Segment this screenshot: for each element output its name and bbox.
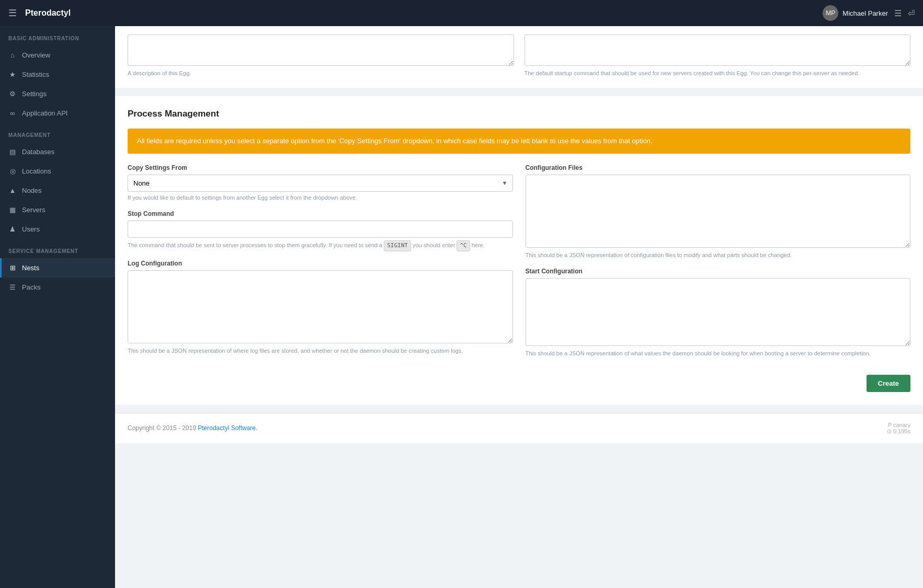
sidebar-item-label: Nests bbox=[22, 264, 39, 272]
sidebar-item-overview[interactable]: ⌂ Overview bbox=[0, 45, 115, 65]
sidebar-item-application-api[interactable]: ∞ Application API bbox=[0, 103, 115, 123]
sidebar: Basic Administration ⌂ Overview ★ Statis… bbox=[0, 26, 115, 588]
app-logo: Pterodactyl bbox=[25, 8, 71, 18]
nodes-icon: ▲ bbox=[8, 187, 17, 194]
avatar: MP bbox=[823, 5, 838, 21]
description-field-group: A description of this Egg. bbox=[128, 34, 514, 77]
log-config-group: Log Configuration This should be a JSON … bbox=[128, 260, 513, 355]
statistics-icon: ★ bbox=[8, 71, 17, 78]
right-column: Configuration Files This should be a JSO… bbox=[526, 164, 911, 366]
sidebar-item-label: Databases bbox=[22, 148, 54, 156]
sidebar-item-databases[interactable]: ▤ Databases bbox=[0, 142, 115, 162]
start-config-label: Start Configuration bbox=[526, 268, 911, 275]
nests-icon: ⊞ bbox=[8, 264, 17, 272]
sidebar-section-management: Management bbox=[0, 123, 115, 142]
sidebar-item-label: Application API bbox=[22, 109, 67, 117]
alert-warning: All fields are required unless you selec… bbox=[128, 129, 910, 154]
footer: Copyright © 2015 - 2019 Pterodactyl Soft… bbox=[115, 413, 923, 443]
users-icon: ♟ bbox=[8, 225, 17, 233]
sidebar-item-packs[interactable]: ☰ Packs bbox=[0, 278, 115, 297]
start-config-group: Start Configuration This should be a JSO… bbox=[526, 268, 911, 358]
startup-hint: The default startup command that should … bbox=[525, 70, 911, 77]
sidebar-item-label: Users bbox=[22, 225, 40, 233]
copy-settings-select[interactable]: None bbox=[128, 175, 513, 192]
log-config-textarea[interactable] bbox=[128, 270, 513, 343]
process-management-card: Process Management All fields are requir… bbox=[115, 96, 923, 404]
startup-textarea[interactable] bbox=[525, 34, 911, 66]
sidebar-item-nodes[interactable]: ▲ Nodes bbox=[0, 181, 115, 200]
sidebar-item-label: Servers bbox=[22, 206, 45, 214]
start-config-textarea[interactable] bbox=[526, 278, 911, 346]
footer-version: P canary ⊙ 0.195s bbox=[887, 422, 910, 435]
button-row: Create bbox=[128, 375, 910, 392]
user-name: Michael Parker bbox=[842, 9, 888, 17]
sidebar-item-locations[interactable]: ◎ Locations bbox=[0, 162, 115, 181]
settings-icon: ⚙ bbox=[8, 90, 17, 98]
hamburger-icon[interactable]: ☰ bbox=[8, 7, 17, 19]
config-files-textarea[interactable] bbox=[526, 175, 911, 248]
user-info: MP Michael Parker bbox=[823, 5, 888, 21]
startup-field-group: The default startup command that should … bbox=[525, 34, 911, 77]
databases-icon: ▤ bbox=[8, 148, 17, 156]
sidebar-item-servers[interactable]: ▦ Servers bbox=[0, 200, 115, 220]
footer-link[interactable]: Pterodactyl Software. bbox=[198, 424, 257, 432]
main-content: A description of this Egg. The default s… bbox=[115, 26, 923, 588]
sidebar-item-label: Packs bbox=[22, 283, 40, 291]
copy-settings-label: Copy Settings From bbox=[128, 164, 513, 171]
top-navigation: ☰ Pterodactyl MP Michael Parker ☰ ⏎ bbox=[0, 0, 923, 26]
ctrl-c-badge: ^C bbox=[457, 240, 470, 251]
stop-command-group: Stop Command The command that should be … bbox=[128, 210, 513, 251]
sidebar-item-label: Locations bbox=[22, 167, 51, 175]
description-textarea[interactable] bbox=[128, 34, 514, 66]
copy-settings-group: Copy Settings From None ▼ If you would l… bbox=[128, 164, 513, 202]
sidebar-item-settings[interactable]: ⚙ Settings bbox=[0, 84, 115, 103]
admin-list-icon[interactable]: ☰ bbox=[894, 8, 902, 18]
process-management-title: Process Management bbox=[128, 109, 910, 119]
sidebar-item-label: Statistics bbox=[22, 71, 49, 78]
sidebar-section-basic: Basic Administration bbox=[0, 26, 115, 45]
servers-icon: ▦ bbox=[8, 206, 17, 214]
config-files-label: Configuration Files bbox=[526, 164, 911, 171]
left-column: Copy Settings From None ▼ If you would l… bbox=[128, 164, 513, 366]
log-config-label: Log Configuration bbox=[128, 260, 513, 267]
copy-settings-select-wrapper: None ▼ bbox=[128, 175, 513, 192]
config-files-group: Configuration Files This should be a JSO… bbox=[526, 164, 911, 259]
stop-command-hint: The command that should be sent to serve… bbox=[128, 240, 513, 251]
create-button[interactable]: Create bbox=[867, 375, 910, 392]
sigint-badge: SIGINT bbox=[384, 240, 411, 251]
api-icon: ∞ bbox=[8, 109, 17, 117]
sidebar-item-nests[interactable]: ⊞ Nests bbox=[0, 258, 115, 278]
sidebar-item-label: Nodes bbox=[22, 187, 42, 194]
sidebar-section-service: Service Management bbox=[0, 239, 115, 258]
stop-command-label: Stop Command bbox=[128, 210, 513, 217]
sidebar-item-users[interactable]: ♟ Users bbox=[0, 220, 115, 239]
log-config-hint: This should be a JSON representation of … bbox=[128, 347, 513, 355]
description-hint: A description of this Egg. bbox=[128, 70, 514, 77]
sidebar-item-label: Settings bbox=[22, 90, 47, 98]
top-partial-card: A description of this Egg. The default s… bbox=[115, 26, 923, 88]
stop-command-input[interactable] bbox=[128, 221, 513, 238]
overview-icon: ⌂ bbox=[8, 51, 17, 59]
logout-icon[interactable]: ⏎ bbox=[908, 8, 915, 18]
copy-settings-hint: If you would like to default to settings… bbox=[128, 194, 513, 202]
sidebar-item-label: Overview bbox=[22, 51, 50, 59]
sidebar-item-statistics[interactable]: ★ Statistics bbox=[0, 65, 115, 84]
start-config-hint: This should be a JSON representation of … bbox=[526, 350, 911, 358]
footer-copyright: Copyright © 2015 - 2019 Pterodactyl Soft… bbox=[128, 424, 257, 432]
locations-icon: ◎ bbox=[8, 167, 17, 175]
packs-icon: ☰ bbox=[8, 283, 17, 291]
config-files-hint: This should be a JSON representation of … bbox=[526, 251, 911, 259]
